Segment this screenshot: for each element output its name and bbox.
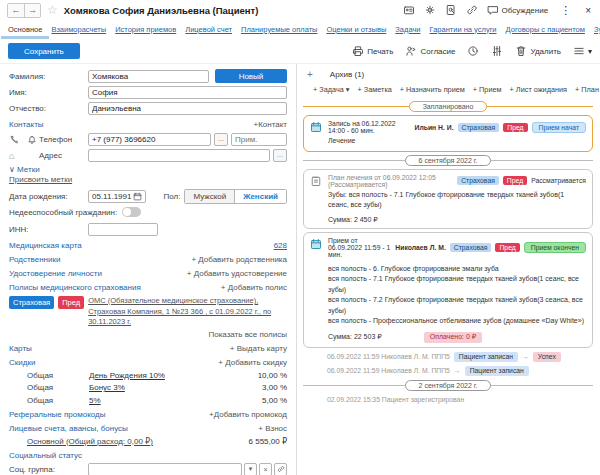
- add-treatment-plan-button[interactable]: + План лечения: [575, 85, 600, 94]
- appointment-card[interactable]: Запись на 06.12.2022 14:00 - 60 мин. Иль…: [303, 115, 593, 152]
- discussion-button[interactable]: Обсуждение: [487, 4, 549, 16]
- phone-note-input[interactable]: [231, 133, 287, 146]
- add-task-button[interactable]: + Задача▾: [313, 85, 349, 94]
- social-header[interactable]: Социальный статус: [9, 451, 82, 460]
- phone-more-button[interactable]: ...: [214, 133, 228, 146]
- add-promo-link[interactable]: +Добавить промокод: [209, 410, 287, 419]
- policies-header[interactable]: Полисы медицинского страхования: [9, 283, 141, 292]
- tab-garantii[interactable]: Гарантии на услуги: [430, 25, 497, 34]
- identity-header[interactable]: Удостоверение личности: [9, 269, 102, 278]
- favorite-star-icon[interactable]: ☆: [47, 4, 58, 16]
- tab-zubnaya-formula[interactable]: Зубная формула: [594, 25, 600, 34]
- add-waitlist-button[interactable]: + Лист ожидания: [510, 85, 567, 94]
- add-relative-link[interactable]: + Добавить родственника: [191, 255, 287, 264]
- gender-male-button[interactable]: Мужской: [185, 190, 234, 203]
- policy-pre-badge: Пред: [58, 296, 84, 309]
- visit-service-line: вся полость - Профессиональное отбеливан…: [328, 316, 586, 327]
- tab-istoriya-priemov[interactable]: История приемов: [115, 25, 176, 34]
- soc-group-input[interactable]: [88, 463, 242, 475]
- treatment-plan-card[interactable]: План лечения от 06.09.2022 12:05 (Рассма…: [303, 169, 593, 229]
- add-identity-link[interactable]: + Добавить удостоверение: [187, 269, 287, 278]
- filter-settings-button[interactable]: [491, 45, 503, 57]
- trash-icon: [515, 45, 527, 57]
- save-button[interactable]: Сохранить: [8, 43, 80, 59]
- discount-name-link[interactable]: День Рождения 10%: [89, 371, 258, 380]
- tab-vzaimoraschety[interactable]: Взаиморасчеты: [51, 25, 106, 34]
- address-more-button[interactable]: ...: [273, 149, 287, 162]
- date-divider-label: 6 сентября 2022 г.: [405, 155, 492, 166]
- delete-button[interactable]: Удалить: [515, 45, 561, 57]
- arrow-right-icon: →: [522, 353, 529, 360]
- visit-card[interactable]: Прием от 06.09.2022 11:59 - 1 мин. Никол…: [303, 232, 593, 348]
- add-visit-button[interactable]: + Прием: [473, 85, 502, 94]
- archive-tab[interactable]: Архив (1): [330, 70, 364, 79]
- tab-licevoy-schet[interactable]: Лицевой счет: [185, 25, 232, 34]
- cards-header[interactable]: Карты: [9, 344, 32, 353]
- more-menu-icon[interactable]: ⋮: [557, 4, 574, 17]
- discount-name-link[interactable]: Бонус 3%: [89, 383, 262, 392]
- patronymic-input[interactable]: [88, 102, 287, 115]
- discount-name-link[interactable]: 5%: [89, 396, 262, 405]
- add-appointment-button[interactable]: + Назначить прием: [400, 85, 465, 94]
- issue-card-link[interactable]: + Выдать карту: [230, 344, 287, 353]
- phone-input[interactable]: [88, 133, 211, 146]
- policies-section-row: Полисы медицинского страхования + Добави…: [9, 283, 287, 292]
- tab-osnovnoe[interactable]: Основное: [8, 25, 42, 34]
- soc-group-dropdown-button[interactable]: ▾: [244, 463, 257, 475]
- add-contribution-link[interactable]: + Взнос: [258, 424, 287, 433]
- accounts-header[interactable]: Лицевые счета, авансы, бонусы: [9, 424, 128, 433]
- medcard-number-link[interactable]: 628: [274, 241, 287, 250]
- bell-icon[interactable]: [27, 135, 37, 145]
- contacts-header[interactable]: Контакты: [9, 120, 44, 129]
- firstname-input[interactable]: [88, 86, 287, 99]
- tab-planiruemye-oplaty[interactable]: Планируемые оплаты: [241, 25, 317, 34]
- forward-button[interactable]: →: [24, 4, 40, 17]
- medcard-header[interactable]: Медицинская карта: [9, 241, 82, 250]
- new-patient-button[interactable]: Новый: [215, 69, 287, 83]
- identity-section-row: Удостоверение личности + Добавить удосто…: [9, 269, 287, 278]
- show-all-policies-link[interactable]: Показать все полисы: [9, 330, 287, 339]
- discounts-header[interactable]: Скидки: [9, 358, 35, 367]
- add-button[interactable]: +: [307, 69, 313, 80]
- tab-dogovory[interactable]: Договоры с пациентом: [506, 25, 585, 34]
- gear-icon[interactable]: [424, 4, 436, 16]
- phone-icon[interactable]: [9, 135, 19, 145]
- calendar-icon[interactable]: [133, 192, 142, 201]
- hamburger-menu-button[interactable]: ▾: [573, 45, 592, 57]
- log-row: 06.09.2022 11:59 Николаев Л. М. ППП5 Пац…: [327, 352, 593, 362]
- history-button[interactable]: [467, 45, 479, 57]
- add-note-button[interactable]: + Заметка: [357, 85, 391, 94]
- promos-header[interactable]: Реферальные промокоды: [9, 410, 106, 419]
- tab-zadachi[interactable]: Задачи: [395, 25, 420, 34]
- address-input[interactable]: [88, 149, 270, 162]
- soc-group-link-button[interactable]: [274, 463, 287, 475]
- account-name-link[interactable]: Основной (Общий расход: 0,00 ₽): [27, 437, 153, 446]
- sliders-icon: [491, 45, 503, 57]
- account-row: Основной (Общий расход: 0,00 ₽) 6 555,00…: [27, 437, 287, 446]
- policy-link[interactable]: ОМС (Обязательное медицинское страховани…: [88, 296, 287, 328]
- tags-section[interactable]: ∨ Метки: [9, 165, 287, 174]
- surname-input[interactable]: [88, 70, 209, 83]
- id-card-icon[interactable]: [403, 4, 415, 16]
- birthdate-input[interactable]: 05.11.1991: [88, 190, 146, 203]
- incapable-toggle[interactable]: [122, 207, 141, 217]
- gender-female-button[interactable]: Женский: [234, 190, 286, 203]
- consent-button[interactable]: Согласие: [405, 45, 455, 57]
- tab-ocenki-otzyvy[interactable]: Оценки и отзывы: [326, 25, 386, 34]
- print-button[interactable]: Печать: [352, 45, 393, 57]
- add-contact-link[interactable]: +Контакт: [254, 120, 287, 129]
- document-search-icon[interactable]: [445, 4, 457, 16]
- plan-sum-row: Сумма: 2 450 ₽: [328, 216, 586, 224]
- visit-service-line: вся полость - 7.2 Глубокое фторирование …: [328, 295, 586, 316]
- close-icon[interactable]: ×: [583, 5, 593, 16]
- soc-group-clear-button[interactable]: ×: [259, 463, 272, 475]
- add-discount-link[interactable]: + Добавить скидку: [218, 358, 287, 367]
- relatives-header[interactable]: Родственники: [9, 255, 60, 264]
- inn-input[interactable]: [88, 223, 158, 236]
- back-button[interactable]: ←: [8, 4, 24, 17]
- visit-status-badge: Прием окончен: [524, 242, 586, 253]
- assign-tags-link[interactable]: Присвоить метки: [9, 175, 72, 184]
- add-policy-link[interactable]: + Добавить полис: [221, 283, 287, 292]
- back-icon: ←: [12, 5, 21, 15]
- link-icon[interactable]: [466, 4, 478, 16]
